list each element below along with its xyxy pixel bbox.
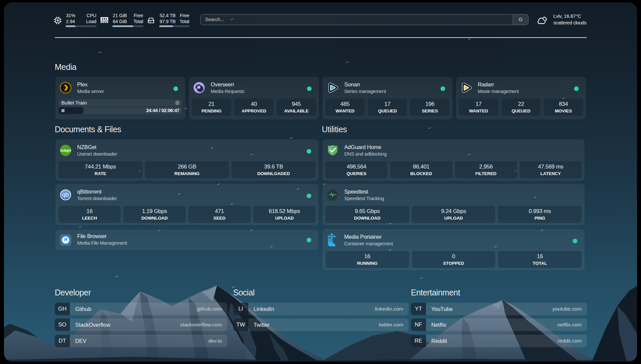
svg-text:nzbget: nzbget xyxy=(60,149,71,152)
svg-text:qb: qb xyxy=(62,192,69,198)
